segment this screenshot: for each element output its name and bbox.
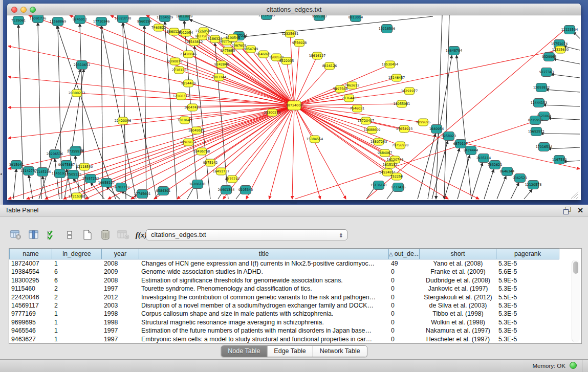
graph-node[interactable]: 16091736 [30,15,47,23]
graph-node[interactable]: 9584301 [156,187,170,195]
column-header-name[interactable]: name [9,249,52,259]
table-row[interactable]: 977716911998Corpus callosum shape and si… [9,310,581,318]
graph-node[interactable]: 9390876 [168,58,182,65]
graph-node[interactable]: 1733426 [391,183,405,192]
table-row[interactable]: 1872400712008Changes of HCN gene express… [9,259,581,268]
column-header-out_de[interactable]: △out_de… [389,249,420,259]
table-row[interactable]: 1456911722003Disruption of a novel membe… [9,301,581,310]
graph-node[interactable]: 12120578 [525,181,542,189]
graph-node[interactable]: 11123504 [561,26,578,34]
select-rows-icon[interactable] [45,228,58,242]
float-panel-icon[interactable] [563,207,571,214]
graph-node[interactable]: 9474444 [464,146,478,155]
column-header-short[interactable]: short [420,249,496,259]
graph-node[interactable]: 9362521 [513,174,527,183]
graph-node[interactable]: 17745601 [134,190,151,199]
column-header-in_degree[interactable]: in_degree [52,249,102,259]
node-table[interactable]: namein_degreeyeartitle△out_de…shortpager… [9,248,582,344]
column-header-year[interactable]: year [102,249,139,259]
graph-node[interactable]: 752254 [390,173,403,180]
panel-collapse-arrow-icon[interactable]: ◂ [0,172,2,176]
graph-node[interactable]: 8616126 [322,62,337,70]
graph-node[interactable]: 1167533 [552,156,567,164]
graph-node[interactable]: 15146457 [388,74,405,81]
graph-node[interactable]: 4275712 [225,176,239,183]
column-visibility-icon[interactable] [27,228,40,242]
new-table-icon[interactable] [81,228,94,242]
graph-node[interactable]: 79756928 [392,142,409,149]
graph-node[interactable]: 15136141 [371,181,387,190]
graph-node[interactable]: 8958923 [442,132,456,141]
graph-node[interactable]: 2475685 [221,47,235,54]
graph-node[interactable]: 9329966 [542,53,556,61]
graph-node[interactable]: 11568869 [50,17,67,26]
graph-node[interactable]: 9275142 [203,159,217,166]
graph-node[interactable]: 7546021 [350,105,364,112]
network-canvas[interactable]: 7135061160917361156886992450121771034615… [8,15,580,200]
table-row[interactable]: 911546021997Tourette syndrome. Phenomeno… [9,285,581,293]
graph-node[interactable]: 15384554 [307,136,323,143]
graph-node[interactable]: 9595383 [312,15,326,21]
graph-node[interactable]: 20401344 [218,186,235,194]
graph-node[interactable]: 20300273 [69,90,85,97]
tab-edge-table[interactable]: Edge Table [267,346,313,357]
graph-node[interactable]: 7463822 [151,24,166,31]
graph-node[interactable]: 16958107 [98,179,115,187]
graph-node[interactable]: 12093832 [533,83,550,92]
row-height-icon[interactable] [63,228,76,242]
graph-node[interactable]: 15720407 [358,117,375,124]
graph-node[interactable]: 12118540 [76,163,93,170]
tab-network-table[interactable]: Network Table [313,346,367,357]
memory-status-led-icon[interactable] [570,362,577,369]
graph-node[interactable]: 12554529 [157,15,173,22]
graph-node[interactable]: 7135061 [11,16,26,25]
graph-node[interactable]: 18055981 [394,100,410,107]
graph-node[interactable]: 9756928 [292,39,307,47]
graph-node[interactable]: 16291977 [401,87,418,95]
graph-node[interactable]: 18724007 [286,101,303,110]
graph-node[interactable]: 17957253 [82,174,99,183]
graph-node[interactable]: 16782759 [113,183,130,192]
table-row[interactable]: 969969511998Structural magnetic resonanc… [9,318,581,326]
table-row[interactable]: 946554611997Estimation of the future num… [9,326,581,335]
network-view-window[interactable]: citations_edges.txt 71350611609173611568… [7,4,581,200]
graph-node[interactable]: 9245012 [73,15,87,24]
column-header-pagerank[interactable]: pagerank [496,249,559,259]
graph-node[interactable]: 19218506 [379,25,396,33]
graph-node[interactable]: 9227343 [539,68,554,77]
graph-node[interactable]: 20310651 [74,61,91,70]
graph-node[interactable]: 8813054 [349,15,363,22]
graph-node[interactable]: 22420046 [115,117,132,124]
table-row[interactable]: 946362711997Embryonic stem cells: a mode… [9,335,581,343]
graph-node[interactable]: 15724505 [258,15,275,20]
graph-node[interactable]: 9105340 [238,186,253,194]
graph-node[interactable]: 9560154 [137,17,151,26]
graph-node[interactable]: 17654923 [396,125,413,133]
table-row[interactable]: 1938455462009Genome-wide association stu… [9,268,581,276]
graph-node[interactable]: 2036448 [342,95,356,102]
graph-node[interactable]: 90975887 [58,161,75,169]
citation-network-graph[interactable]: 7135061160917361156886992450121771034615… [8,15,580,200]
scrollbar-thumb[interactable] [573,261,578,274]
table-select-dropdown[interactable]: citations_edges.txt ⇕ [146,229,347,240]
graph-node[interactable]: 1810643 [178,117,192,124]
canvas-resize-grip[interactable] [571,191,578,199]
import-table-icon[interactable] [117,228,130,242]
graph-node[interactable]: 18049571 [188,127,205,134]
table-settings-icon[interactable] [9,228,23,242]
graph-node[interactable]: 2718126 [172,67,186,74]
graph-node[interactable]: 17016534 [536,143,553,151]
graph-node[interactable]: 2935114 [476,154,491,163]
column-header-title[interactable]: title [139,249,389,259]
graph-node[interactable]: 16047427 [184,104,201,111]
graph-node[interactable]: 8215953 [528,116,542,125]
graph-node[interactable]: 17710346 [93,17,110,26]
graph-node[interactable]: 18616127 [309,52,326,59]
close-panel-icon[interactable]: ✕ [577,206,583,215]
window-titlebar[interactable]: citations_edges.txt [7,4,581,15]
graph-node[interactable]: 12444153 [531,99,548,107]
graph-node[interactable]: 16491737 [213,168,230,175]
graph-node[interactable]: 7632621 [488,161,502,169]
graph-node[interactable]: 15692971 [528,127,545,136]
graph-node[interactable]: 9899695 [416,119,430,126]
